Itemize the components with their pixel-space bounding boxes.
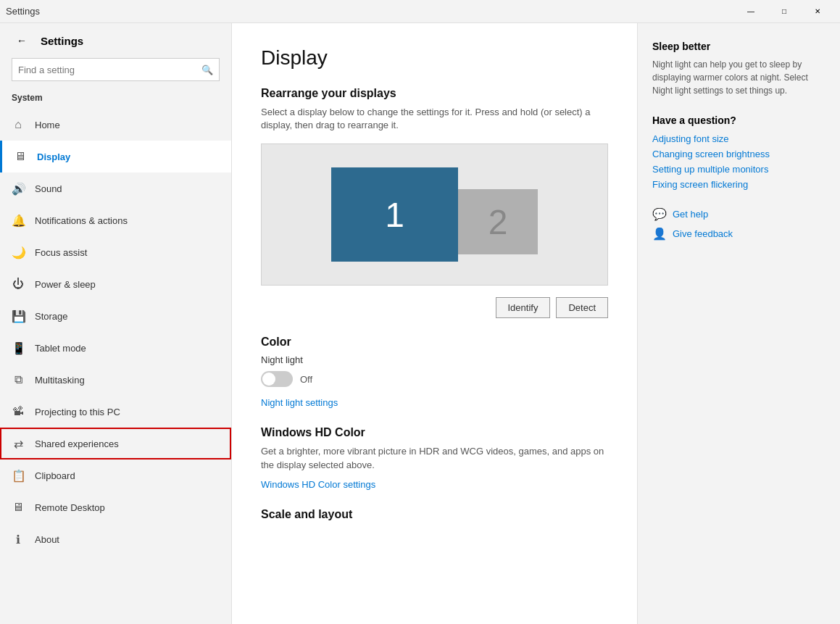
page-title: Display (261, 46, 608, 70)
sidebar-item-label: Focus assist (35, 247, 87, 258)
link-multiple-monitors[interactable]: Setting up multiple monitors (652, 164, 826, 175)
rearrange-section: Rearrange your displays Select a display… (261, 87, 608, 318)
sidebar-item-display[interactable]: 🖥 Display (0, 141, 231, 172)
display-2[interactable]: 2 (458, 189, 538, 254)
sidebar-item-clipboard[interactable]: 📋 Clipboard (0, 459, 231, 491)
sidebar-item-storage[interactable]: 💾 Storage (0, 300, 231, 332)
color-title: Color (261, 336, 608, 349)
sidebar-item-label: Home (35, 120, 60, 130)
sidebar-item-label: About (35, 534, 59, 545)
hd-color-desc: Get a brighter, more vibrant picture in … (261, 445, 608, 471)
clipboard-icon: 📋 (12, 469, 25, 483)
sidebar-item-label: Shared experiences (35, 438, 119, 449)
have-question-label: Have a question? (652, 115, 826, 126)
display-1-label: 1 (385, 195, 404, 235)
search-icon: 🔍 (201, 65, 213, 75)
sidebar-item-notifications[interactable]: 🔔 Notifications & actions (0, 204, 231, 236)
scale-section: Scale and layout (261, 508, 608, 521)
get-help-row[interactable]: 💬 Get help (652, 207, 826, 221)
give-feedback-label: Give feedback (673, 228, 733, 239)
sidebar-item-label: Tablet mode (35, 343, 86, 354)
link-screen-brightness[interactable]: Changing screen brightness (652, 149, 826, 159)
app-body: ← Settings 🔍 System ⌂ Home 🖥 Display 🔊 S… (0, 23, 840, 624)
hd-color-title: Windows HD Color (261, 426, 608, 439)
sidebar-item-power[interactable]: ⏻ Power & sleep (0, 268, 231, 300)
sidebar-item-focus[interactable]: 🌙 Focus assist (0, 236, 231, 268)
night-light-settings-link[interactable]: Night light settings (261, 397, 338, 408)
night-light-row: Night light (261, 354, 608, 365)
sound-icon: 🔊 (12, 182, 25, 196)
remote-icon: 🖥 (12, 501, 25, 514)
focus-icon: 🌙 (12, 246, 25, 259)
sidebar-item-sound[interactable]: 🔊 Sound (0, 172, 231, 204)
maximize-button[interactable]: □ (768, 0, 801, 23)
get-help-label: Get help (673, 209, 708, 220)
give-feedback-row[interactable]: 👤 Give feedback (652, 227, 826, 241)
sidebar-item-label: Projecting to this PC (35, 407, 120, 417)
sidebar-item-projecting[interactable]: 📽 Projecting to this PC (0, 396, 231, 428)
sidebar-item-label: Remote Desktop (35, 502, 105, 513)
sidebar-item-multitasking[interactable]: ⧉ Multitasking (0, 364, 231, 396)
give-feedback-icon: 👤 (652, 227, 667, 241)
displays-container: 1 2 (261, 143, 608, 286)
minimize-button[interactable]: — (734, 0, 768, 23)
display-actions: Identify Detect (261, 297, 608, 318)
detect-button[interactable]: Detect (556, 297, 608, 318)
sidebar-item-label: Clipboard (35, 470, 75, 481)
hd-color-settings-link[interactable]: Windows HD Color settings (261, 479, 375, 490)
sidebar-header: ← Settings (0, 23, 231, 58)
sidebar-app-title: Settings (41, 35, 83, 47)
rearrange-desc: Select a display below to change the set… (261, 106, 608, 132)
tablet-icon: 📱 (12, 341, 25, 355)
night-light-label: Night light (261, 354, 303, 365)
sidebar-item-label: Multitasking (35, 375, 85, 386)
right-panel-desc: Night light can help you get to sleep by… (652, 58, 826, 97)
toggle-knob (262, 373, 275, 386)
sidebar-item-label: Storage (35, 311, 68, 322)
about-icon: ℹ (12, 533, 25, 546)
hd-color-section: Windows HD Color Get a brighter, more vi… (261, 426, 608, 490)
sidebar-item-label: Sound (35, 183, 62, 194)
titlebar-controls: — □ ✕ (734, 0, 834, 23)
power-icon: ⏻ (12, 278, 25, 291)
toggle-state-label: Off (300, 374, 312, 385)
sidebar-section-label: System (0, 90, 231, 109)
night-light-toggle[interactable] (261, 371, 293, 387)
identify-button[interactable]: Identify (496, 297, 551, 318)
right-panel: Sleep better Night light can help you ge… (637, 23, 840, 624)
titlebar: Settings — □ ✕ (0, 0, 840, 23)
storage-icon: 💾 (12, 309, 25, 323)
projecting-icon: 📽 (12, 405, 25, 418)
get-help-icon: 💬 (652, 207, 667, 221)
sidebar-item-tablet[interactable]: 📱 Tablet mode (0, 332, 231, 364)
sidebar-item-home[interactable]: ⌂ Home (0, 109, 231, 141)
sidebar-item-about[interactable]: ℹ About (0, 523, 231, 555)
display-1[interactable]: 1 (331, 167, 458, 262)
sidebar-item-shared-wrapper: ⇄ Shared experiences (0, 428, 231, 459)
search-input[interactable] (18, 65, 201, 75)
search-box[interactable]: 🔍 (12, 58, 220, 81)
shared-icon: ⇄ (12, 437, 25, 451)
right-panel-title: Sleep better (652, 41, 826, 52)
sidebar-item-remote[interactable]: 🖥 Remote Desktop (0, 491, 231, 523)
sidebar-item-shared[interactable]: ⇄ Shared experiences (0, 428, 231, 459)
back-button[interactable]: ← (12, 30, 32, 51)
link-screen-flickering[interactable]: Fixing screen flickering (652, 179, 826, 190)
sidebar-item-label: Display (37, 151, 70, 162)
rearrange-title: Rearrange your displays (261, 87, 608, 100)
display-icon: 🖥 (14, 150, 27, 163)
home-icon: ⌂ (12, 118, 25, 131)
display-2-label: 2 (488, 202, 508, 242)
notifications-icon: 🔔 (12, 214, 25, 228)
main-content: Display Rearrange your displays Select a… (232, 23, 637, 624)
sidebar: ← Settings 🔍 System ⌂ Home 🖥 Display 🔊 S… (0, 23, 232, 624)
titlebar-title: Settings (6, 6, 40, 17)
color-section: Color Night light Off Night light settin… (261, 336, 608, 409)
close-button[interactable]: ✕ (801, 0, 834, 23)
link-adjusting-font[interactable]: Adjusting font size (652, 133, 826, 144)
sidebar-item-label: Notifications & actions (35, 215, 128, 226)
titlebar-left: Settings (6, 6, 40, 17)
scale-title: Scale and layout (261, 508, 608, 521)
multitasking-icon: ⧉ (12, 373, 25, 386)
question-links: Adjusting font size Changing screen brig… (652, 133, 826, 190)
